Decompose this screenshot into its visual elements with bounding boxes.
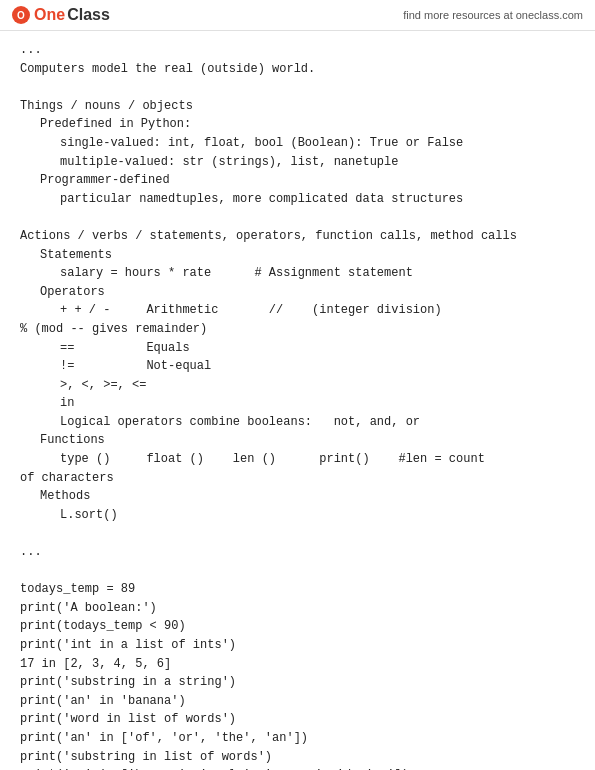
- code-line: Logical operators combine booleans: not,…: [20, 413, 575, 432]
- code-line: print('int in a list of ints'): [20, 636, 575, 655]
- code-line: of characters: [20, 469, 575, 488]
- code-line: Computers model the real (outside) world…: [20, 60, 575, 79]
- header-logo: O OneClass: [12, 6, 110, 24]
- code-line: 17 in [2, 3, 4, 5, 6]: [20, 655, 575, 674]
- code-line: ...: [20, 41, 575, 60]
- code-line: particular namedtuples, more complicated…: [20, 190, 575, 209]
- code-line: print('word in list of words'): [20, 710, 575, 729]
- code-line: print('an' in ['banana', 'apple', 'anana…: [20, 766, 575, 770]
- code-line: print(todays_temp < 90): [20, 617, 575, 636]
- code-line: Things / nouns / objects: [20, 97, 575, 116]
- code-line: Predefined in Python:: [20, 115, 575, 134]
- code-line: % (mod -- gives remainder): [20, 320, 575, 339]
- code-line: Actions / verbs / statements, operators,…: [20, 227, 575, 246]
- code-line: single-valued: int, float, bool (Boolean…: [20, 134, 575, 153]
- code-line: >, <, >=, <=: [20, 376, 575, 395]
- header: O OneClass find more resources at onecla…: [0, 0, 595, 31]
- code-block: ...Computers model the real (outside) wo…: [20, 41, 575, 770]
- code-line: multiple-valued: str (strings), list, na…: [20, 153, 575, 172]
- code-line: [20, 208, 575, 227]
- code-line: Statements: [20, 246, 575, 265]
- code-line: print('an' in ['of', 'or', 'the', 'an']): [20, 729, 575, 748]
- code-line: [20, 562, 575, 581]
- code-line: L.sort(): [20, 506, 575, 525]
- logo-class-text: Class: [67, 6, 110, 24]
- logo-one-text: One: [34, 6, 65, 24]
- code-line: print('A boolean:'): [20, 599, 575, 618]
- code-line: Methods: [20, 487, 575, 506]
- code-line: + + / - Arithmetic // (integer division): [20, 301, 575, 320]
- code-line: todays_temp = 89: [20, 580, 575, 599]
- code-line: salary = hours * rate # Assignment state…: [20, 264, 575, 283]
- code-line: Programmer-defined: [20, 171, 575, 190]
- code-line: print('substring in list of words'): [20, 748, 575, 767]
- code-line: in: [20, 394, 575, 413]
- code-line: ...: [20, 543, 575, 562]
- code-line: print('an' in 'banana'): [20, 692, 575, 711]
- logo-circle-icon: O: [12, 6, 30, 24]
- code-line: type () float () len () print() #len = c…: [20, 450, 575, 469]
- header-tagline: find more resources at oneclass.com: [403, 9, 583, 21]
- code-line: != Not-equal: [20, 357, 575, 376]
- code-line: [20, 78, 575, 97]
- code-line: [20, 524, 575, 543]
- code-line: == Equals: [20, 339, 575, 358]
- code-line: print('substring in a string'): [20, 673, 575, 692]
- code-line: Operators: [20, 283, 575, 302]
- main-content: ...Computers model the real (outside) wo…: [0, 31, 595, 770]
- code-line: Functions: [20, 431, 575, 450]
